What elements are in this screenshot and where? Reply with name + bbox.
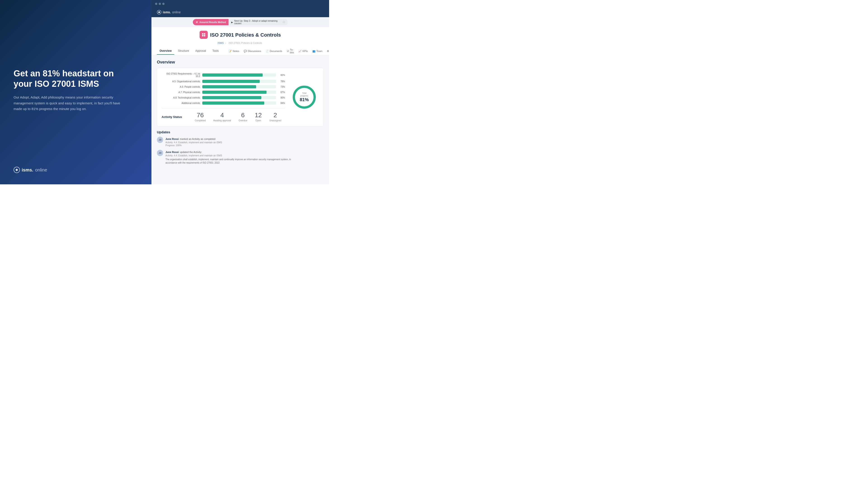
- status-item[interactable]: 2 Unassigned: [269, 112, 281, 122]
- update-meta1: Activity: 4.4: Establish, implement and …: [165, 154, 301, 157]
- tab-todos[interactable]: ☑ To-dos: [285, 47, 296, 55]
- progress-bar-container[interactable]: Assured Results Method ▶ Next Up: Step 3…: [193, 19, 288, 25]
- progress-bar-left: Assured Results Method: [193, 19, 228, 25]
- kpis-label: KPIs: [303, 50, 308, 53]
- svg-rect-5: [202, 33, 204, 35]
- update-item: JR June Rossi updated the Activity: Acti…: [157, 150, 324, 164]
- svg-rect-7: [202, 35, 204, 36]
- settings-button[interactable]: ⚙: [325, 48, 329, 54]
- app-logo-icon: [157, 10, 161, 14]
- bar-row: A.5: Organisational controls 78%: [162, 80, 285, 83]
- update-content: June Rossi marked an Activity as complet…: [165, 137, 222, 147]
- activity-status: Activity Status 76 Completed 4 Awaiting …: [162, 112, 285, 122]
- svg-point-3: [159, 12, 160, 13]
- status-text: Overdue: [239, 119, 247, 122]
- bar-label: A.8: Technological controls: [162, 96, 200, 99]
- bars-section: ISO 27001 Requirements – 4.1 to 10.2 82%…: [162, 72, 285, 122]
- dot-red: [155, 3, 157, 5]
- bar-pct: 87%: [278, 91, 285, 94]
- page-icon: [199, 31, 208, 39]
- bar-pct: 78%: [278, 80, 285, 83]
- breadcrumb-home[interactable]: ISMS: [218, 41, 224, 44]
- bar-pct: 80%: [278, 96, 285, 99]
- status-item[interactable]: 6 Overdue: [239, 112, 247, 122]
- donut-section: Total progress 81%: [289, 72, 319, 122]
- updates-title: Updates: [157, 130, 324, 134]
- page-main-title: ISO 27001 Policies & Controls: [210, 32, 281, 38]
- bar-row: ISO 27001 Requirements – 4.1 to 10.2 82%: [162, 72, 285, 77]
- tab-kpis[interactable]: 📈 KPIs: [297, 48, 309, 54]
- update-avatar: JR: [157, 137, 163, 143]
- team-icon: 👥: [312, 50, 315, 53]
- tab-discussions[interactable]: 💬 Discussions: [242, 48, 263, 54]
- update-action: marked an Activity as completed: [180, 138, 215, 140]
- team-label: Team: [316, 50, 322, 53]
- discussions-label: Discussions: [248, 50, 261, 53]
- tab-tools[interactable]: Tools: [210, 47, 221, 55]
- bar-row: A.6: People controls 73%: [162, 85, 285, 88]
- left-content: Get an 81% headstart on your ISO 27001 I…: [13, 68, 138, 112]
- app-header: isms.online: [151, 7, 329, 17]
- left-description: Our Adopt, Adapt, Add philosophy means y…: [13, 94, 127, 112]
- tabs: Overview Structure Approval Tools 📝 Note…: [151, 47, 329, 55]
- update-body: The organisation shall establish, implem…: [165, 158, 301, 164]
- breadcrumb-separator: ›: [225, 41, 226, 44]
- browser-window: isms.online Assured Results Method ▶ Nex…: [151, 0, 329, 184]
- breadcrumb: ISMS › ISO 27001 Policies & Controls: [157, 41, 324, 44]
- bar-row: Additional controls 84%: [162, 101, 285, 105]
- settings-icon: ⚙: [327, 50, 329, 53]
- status-number: 4: [213, 112, 231, 119]
- updates-container: JR June Rossi marked an Activity as comp…: [157, 137, 324, 164]
- status-item[interactable]: 4 Awaiting approval: [213, 112, 231, 122]
- todos-label: To-dos: [290, 48, 294, 54]
- discussions-icon: 💬: [244, 50, 247, 53]
- bar-pct: 84%: [278, 102, 285, 104]
- update-avatar: JR: [157, 150, 163, 156]
- bar-fill: [202, 73, 263, 76]
- bar-fill: [202, 91, 267, 94]
- bar-label: ISO 27001 Requirements – 4.1 to 10.2: [162, 72, 200, 77]
- status-text: Completed: [195, 119, 206, 122]
- isms-logo-icon: [13, 167, 20, 173]
- left-logo-light: online: [35, 167, 47, 173]
- bar-label: Additional controls: [162, 102, 200, 104]
- bar-label: A.7: Physical controls: [162, 91, 200, 94]
- status-text: Open: [255, 119, 262, 122]
- overview-card: ISO 27001 Requirements – 4.1 to 10.2 82%…: [157, 68, 324, 127]
- left-logo: isms.online: [13, 167, 138, 173]
- status-item[interactable]: 76 Completed: [195, 112, 206, 122]
- page-title-area: ISO 27001 Policies & Controls ISMS › ISO…: [151, 27, 329, 47]
- bar-track: [202, 85, 276, 88]
- section-title: Overview: [157, 60, 324, 65]
- tab-approval[interactable]: Approval: [193, 47, 209, 55]
- donut-chart: Total progress 81%: [292, 85, 317, 109]
- updates-section: Updates JR June Rossi marked an Activity…: [157, 130, 324, 164]
- bar-track: [202, 73, 276, 76]
- left-headline: Get an 81% headstart on your ISO 27001 I…: [13, 68, 131, 89]
- tab-overview[interactable]: Overview: [157, 47, 174, 55]
- status-item[interactable]: 12 Open: [255, 112, 262, 122]
- bar-label: A.6: People controls: [162, 86, 200, 88]
- progress-banner: Assured Results Method ▶ Next Up: Step 3…: [151, 17, 329, 27]
- bar-track: [202, 101, 276, 105]
- bar-row: A.7: Physical controls 87%: [162, 91, 285, 94]
- bar-track: [202, 91, 276, 94]
- bar-pct: 82%: [278, 74, 285, 76]
- status-number: 2: [269, 112, 281, 119]
- bar-fill: [202, 85, 256, 88]
- activity-label: Activity Status: [162, 115, 191, 119]
- bar-track: [202, 96, 276, 99]
- donut-label: Total progress: [298, 92, 311, 97]
- tab-documents[interactable]: 📄 Documents: [264, 48, 284, 54]
- todos-icon: ☑: [287, 50, 289, 53]
- tab-notes[interactable]: 📝 Notes: [227, 48, 241, 54]
- tab-structure[interactable]: Structure: [175, 47, 192, 55]
- status-number: 12: [255, 112, 262, 119]
- bar-pct: 73%: [278, 86, 285, 88]
- update-content: June Rossi updated the Activity: Activit…: [165, 150, 301, 164]
- progress-info-icon: ⓘ: [283, 21, 285, 24]
- tab-team[interactable]: 👥 Team: [311, 48, 324, 54]
- breadcrumb-current: ISO 27001 Policies & Controls: [228, 41, 262, 44]
- bar-label: A.5: Organisational controls: [162, 80, 200, 83]
- browser-chrome: [151, 0, 329, 7]
